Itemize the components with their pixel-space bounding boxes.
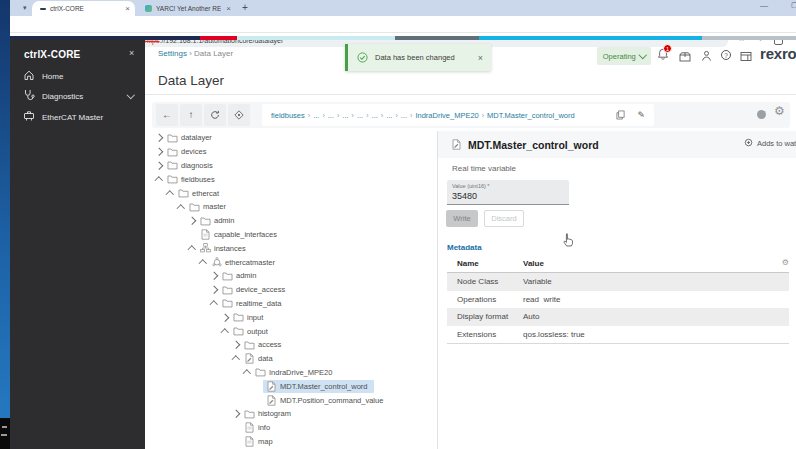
user-icon[interactable] xyxy=(701,50,712,62)
path-segment[interactable]: ... xyxy=(372,111,378,120)
chevron-up-icon[interactable] xyxy=(198,258,208,267)
path-segment[interactable]: ... xyxy=(401,111,407,120)
tree-node[interactable]: IndraDrive_MPE20 xyxy=(252,366,338,378)
chevron-up-icon[interactable] xyxy=(165,189,175,198)
tree-node[interactable]: input xyxy=(230,311,269,323)
chevron-up-icon[interactable] xyxy=(187,244,197,253)
value-input[interactable]: Value (uint16) * 35480 xyxy=(447,180,569,205)
chevron-up-icon[interactable] xyxy=(176,203,186,212)
tree-row[interactable]: realtime_data xyxy=(150,297,436,311)
chevron-right-icon[interactable] xyxy=(220,315,230,321)
chevron-right-icon[interactable] xyxy=(231,342,241,348)
tree-row[interactable]: ethercatmaster xyxy=(150,255,436,269)
tree-node[interactable]: data xyxy=(241,352,279,365)
path-segment[interactable]: fieldbuses xyxy=(271,111,305,120)
table-settings-icon[interactable]: ⚙ xyxy=(782,259,789,267)
sidebar-item-home[interactable]: Home xyxy=(10,66,145,86)
refresh-button[interactable] xyxy=(204,104,226,126)
path-segment[interactable]: MDT.Master_control_word xyxy=(487,111,575,120)
chevron-right-icon[interactable] xyxy=(154,135,164,141)
tab-search-caret-icon[interactable]: ▾ xyxy=(23,4,27,12)
chevron-right-icon[interactable] xyxy=(209,273,219,279)
path-segment[interactable]: ... xyxy=(328,111,334,120)
status-circle-icon[interactable] xyxy=(757,110,766,119)
tree-row[interactable]: input xyxy=(150,310,436,324)
tree-row[interactable]: MDT.Position_command_value xyxy=(150,393,436,407)
tree-node[interactable]: info xyxy=(241,421,276,434)
tree-row[interactable]: access xyxy=(150,338,436,352)
tree-row[interactable]: map xyxy=(150,435,436,449)
tree-node[interactable]: ethercatmaster xyxy=(208,256,281,268)
locate-node-button[interactable] xyxy=(228,104,250,126)
tree-row[interactable]: MDT.Master_control_word xyxy=(150,379,436,393)
chevron-up-icon[interactable] xyxy=(154,175,164,184)
tree-node[interactable]: capable_interfaces xyxy=(197,228,283,241)
tree-row[interactable]: instances xyxy=(150,241,436,255)
chevron-up-icon[interactable] xyxy=(231,354,241,363)
tree-node[interactable]: datalayer xyxy=(164,132,218,144)
tree-node[interactable]: MDT.Position_command_value xyxy=(263,394,389,407)
sidebar-item-ethercat-master[interactable]: EtherCAT Master xyxy=(10,107,145,127)
tree-node[interactable]: access xyxy=(241,339,287,351)
browser-tab-active[interactable]: ctrlX-CORE × xyxy=(32,1,135,16)
tree-node[interactable]: device_access xyxy=(219,284,291,296)
tree-node[interactable]: admin xyxy=(219,270,262,282)
settings-gear-icon[interactable]: ⚙ xyxy=(774,105,785,117)
path-segment[interactable]: IndraDrive_MPE20 xyxy=(415,111,478,120)
tree-node[interactable]: realtime_data xyxy=(219,297,287,309)
tree-row[interactable]: diagnosis xyxy=(150,159,436,173)
browser-tab-inactive[interactable]: YARC! Yet Another REST Client × xyxy=(139,1,236,16)
tree-node[interactable]: output xyxy=(230,325,274,337)
chevron-up-icon[interactable] xyxy=(209,299,219,308)
deploy-box-icon[interactable] xyxy=(679,51,691,62)
tree-row[interactable]: output xyxy=(150,324,436,338)
chevron-right-icon[interactable] xyxy=(231,411,241,417)
tree-node[interactable]: ethercat xyxy=(175,187,225,199)
path-segment[interactable]: ... xyxy=(313,111,319,120)
chevron-right-icon[interactable] xyxy=(154,163,164,169)
tree-row[interactable]: info xyxy=(150,421,436,435)
add-to-watchlist-button[interactable]: Adds to watchlist xyxy=(744,138,796,148)
tree-node[interactable]: admin xyxy=(197,215,240,227)
metadata-link[interactable]: Metadata xyxy=(447,243,482,252)
chevron-up-icon[interactable] xyxy=(242,368,252,377)
tab-close-icon[interactable]: × xyxy=(125,5,130,13)
tree-node[interactable]: diagnosis xyxy=(164,159,219,171)
tree-node[interactable]: devices xyxy=(164,146,212,158)
copy-path-icon[interactable] xyxy=(616,110,625,120)
tree-row[interactable]: admin xyxy=(150,214,436,228)
chevron-right-icon[interactable] xyxy=(187,218,197,224)
tree-row[interactable]: IndraDrive_MPE20 xyxy=(150,366,436,380)
tree-node[interactable]: instances xyxy=(197,242,252,254)
path-segment[interactable]: ... xyxy=(342,111,348,120)
breadcrumb-settings-link[interactable]: Settings xyxy=(158,49,187,58)
tree-row[interactable]: master xyxy=(150,200,436,214)
nav-back-button[interactable]: ← xyxy=(156,104,178,126)
tree-row[interactable]: device_access xyxy=(150,283,436,297)
tree-row[interactable]: admin xyxy=(150,269,436,283)
discard-button[interactable]: Discard xyxy=(484,210,524,227)
tree-row[interactable]: capable_interfaces xyxy=(150,228,436,242)
new-tab-button[interactable]: + xyxy=(242,2,248,13)
help-icon[interactable]: ? xyxy=(721,50,731,60)
sidebar-close-icon[interactable]: × xyxy=(129,48,134,58)
chevron-right-icon[interactable] xyxy=(209,287,219,293)
tree-node[interactable]: histogram xyxy=(241,408,297,420)
tab-close-icon[interactable]: × xyxy=(226,5,231,13)
tree-row[interactable]: ethercat xyxy=(150,186,436,200)
chevron-right-icon[interactable] xyxy=(154,149,164,155)
tree-node-selected[interactable]: MDT.Master_control_word xyxy=(263,380,374,393)
write-button[interactable]: Write xyxy=(446,210,478,227)
tree-row[interactable]: data xyxy=(150,352,436,366)
node-path-bar[interactable]: fieldbuses›...›...›...›...›...›...›...›I… xyxy=(262,104,654,126)
sidebar-item-diagnostics[interactable]: Diagnostics xyxy=(10,86,145,106)
chevron-up-icon[interactable] xyxy=(220,327,230,336)
apps-panel-icon[interactable] xyxy=(740,51,752,62)
tree-row[interactable]: devices xyxy=(150,145,436,159)
tree-row[interactable]: histogram xyxy=(150,407,436,421)
tree-row[interactable]: datalayer xyxy=(150,131,436,145)
window-maximize-icon[interactable]: ▢ xyxy=(791,1,796,9)
tree-node[interactable]: master xyxy=(186,201,232,213)
tree-row[interactable]: fieldbuses xyxy=(150,172,436,186)
nav-up-button[interactable]: ↑ xyxy=(180,104,202,126)
